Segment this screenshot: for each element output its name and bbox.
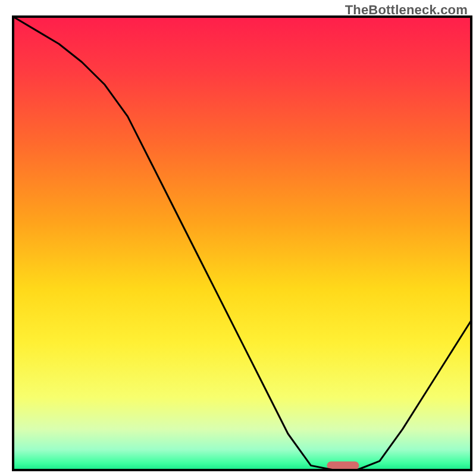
watermark-text: TheBottleneck.com: [345, 2, 468, 18]
gradient-background: [13, 17, 471, 470]
bottleneck-chart: [0, 0, 476, 476]
optimal-marker: [327, 462, 359, 470]
chart-container: TheBottleneck.com: [0, 0, 476, 476]
